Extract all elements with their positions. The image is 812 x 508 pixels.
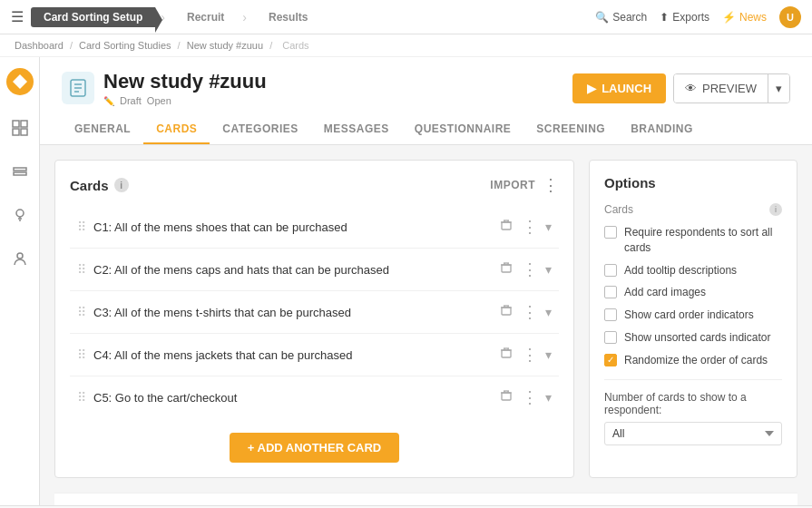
- option-row-0: Require respondents to sort all cards: [604, 225, 782, 256]
- grid-icon: [12, 120, 28, 136]
- drag-handle[interactable]: ⠿: [77, 347, 86, 362]
- sidebar-icon-grid[interactable]: [5, 113, 34, 142]
- delete-card-button[interactable]: [498, 259, 514, 279]
- show-count-select[interactable]: All5101520: [604, 422, 782, 445]
- breadcrumb-sep-1: /: [70, 40, 75, 51]
- draft-label: Draft: [120, 95, 142, 106]
- expand-card-icon[interactable]: ▾: [545, 305, 552, 319]
- delete-card-button[interactable]: [498, 345, 514, 365]
- study-title-row: New study #zuuu ✏️ Draft Open ▶ LAUNCH: [62, 70, 790, 106]
- delete-card-button[interactable]: [498, 217, 514, 237]
- study-icon: [62, 72, 94, 104]
- tab-general[interactable]: GENERAL: [62, 115, 143, 144]
- card-text: C1: All of the mens shoes that can be pu…: [93, 220, 491, 234]
- expand-card-icon[interactable]: ▾: [545, 347, 552, 362]
- sidebar-icon-bulb[interactable]: [5, 200, 34, 230]
- card-actions: ⋮ ▾: [498, 386, 552, 409]
- add-card-button[interactable]: + ADD ANOTHER CARD: [230, 433, 399, 463]
- options-title: Options: [604, 175, 782, 190]
- launch-icon: ▶: [587, 82, 596, 95]
- edit-icon[interactable]: ✏️: [103, 96, 114, 106]
- card-more-button[interactable]: ⋮: [520, 215, 540, 239]
- breadcrumb-sep-2: /: [178, 40, 183, 51]
- tab-messages[interactable]: MESSAGES: [311, 115, 402, 144]
- tab-categories[interactable]: CATEGORIES: [210, 115, 310, 144]
- preview-caret-button[interactable]: ▾: [768, 74, 789, 103]
- breadcrumb-study[interactable]: New study #zuuu: [187, 40, 263, 51]
- expand-card-icon[interactable]: ▾: [545, 390, 552, 405]
- show-count-label: Number of cards to show to a respondent:: [604, 391, 782, 416]
- svg-rect-36: [502, 393, 511, 400]
- cards-header: Cards i IMPORT ⋮: [70, 175, 559, 195]
- tabs: GENERALCARDSCATEGORIESMESSAGESQUESTIONNA…: [62, 115, 790, 144]
- hamburger-icon[interactable]: ☰: [11, 8, 24, 25]
- search-button[interactable]: 🔍 Search: [595, 11, 647, 24]
- card-item-c2: ⠿ C2: All of the mens caps and hats that…: [70, 249, 559, 291]
- option-label-1: Add tooltip descriptions: [624, 263, 737, 278]
- top-nav: ☰ Card Sorting Setup › Recruit › Results…: [0, 0, 812, 34]
- main-layout: New study #zuuu ✏️ Draft Open ▶ LAUNCH: [0, 57, 812, 505]
- expand-card-icon[interactable]: ▾: [545, 220, 552, 234]
- option-checkbox-0[interactable]: [604, 226, 617, 239]
- workflow-step-recruit[interactable]: Recruit: [171, 7, 237, 27]
- card-more-button[interactable]: ⋮: [520, 386, 540, 409]
- cards-title: Cards i: [70, 178, 129, 193]
- svg-rect-31: [502, 350, 511, 357]
- breadcrumb-card-sorting[interactable]: Card Sorting Studies: [79, 40, 171, 51]
- chevron-down-icon: ▾: [776, 82, 782, 95]
- option-checkbox-2[interactable]: [604, 286, 617, 298]
- news-icon: ⚡: [722, 11, 736, 24]
- option-checkbox-3[interactable]: [604, 308, 617, 321]
- svg-rect-1: [13, 121, 19, 127]
- breadcrumb-dashboard[interactable]: Dashboard: [15, 40, 64, 51]
- options-info-icon[interactable]: i: [769, 203, 782, 216]
- card-item-c5: ⠿ C5: Go to the cart/checkout ⋮ ▾: [70, 376, 559, 418]
- svg-point-7: [16, 210, 24, 217]
- options-checkboxes: Require respondents to sort all cardsAdd…: [604, 225, 782, 368]
- workflow-step-setup[interactable]: Card Sorting Setup: [31, 7, 155, 27]
- svg-point-11: [17, 253, 23, 259]
- cards-info-icon[interactable]: i: [114, 178, 129, 192]
- delete-card-button[interactable]: [498, 302, 514, 322]
- logo[interactable]: [6, 68, 34, 95]
- user-avatar[interactable]: U: [779, 6, 801, 28]
- card-list: ⠿ C1: All of the mens shoes that can be …: [70, 206, 559, 418]
- card-more-button[interactable]: ⋮: [520, 258, 540, 281]
- option-row-4: Show unsorted cards indicator: [604, 330, 782, 346]
- tab-branding[interactable]: BRANDING: [618, 115, 706, 144]
- options-panel: Options Cards i Require respondents to s…: [589, 160, 797, 478]
- svg-rect-26: [502, 308, 511, 315]
- drag-handle[interactable]: ⠿: [77, 390, 86, 405]
- tab-cards[interactable]: CARDS: [143, 115, 210, 144]
- sidebar-icon-person[interactable]: [5, 244, 34, 273]
- drag-handle[interactable]: ⠿: [77, 305, 86, 319]
- sidebar-icon-layers[interactable]: [5, 157, 34, 186]
- drag-handle[interactable]: ⠿: [77, 262, 86, 277]
- top-nav-right: 🔍 Search ⬆ Exports ⚡ News U: [595, 6, 801, 28]
- card-more-button[interactable]: ⋮: [520, 343, 540, 366]
- cards-more-icon[interactable]: ⋮: [543, 175, 559, 195]
- option-checkbox-4[interactable]: [604, 331, 617, 344]
- delete-card-button[interactable]: [498, 387, 514, 407]
- tab-questionnaire[interactable]: QUESTIONNAIRE: [402, 115, 524, 144]
- add-card-row: + ADD ANOTHER CARD: [70, 433, 559, 463]
- card-actions: ⋮ ▾: [498, 215, 552, 239]
- preview-button[interactable]: 👁 PREVIEW: [674, 74, 768, 103]
- news-button[interactable]: ⚡ News: [722, 11, 767, 24]
- launch-button[interactable]: ▶ LAUNCH: [572, 73, 666, 103]
- expand-card-icon[interactable]: ▾: [545, 262, 552, 277]
- workflow-step-results[interactable]: Results: [252, 7, 320, 27]
- option-row-3: Show card order indicators: [604, 308, 782, 323]
- cards-section: Cards i IMPORT ⋮ ⠿ C1: All of the mens s…: [40, 145, 812, 493]
- option-checkbox-1[interactable]: [604, 264, 617, 277]
- exports-button[interactable]: ⬆ Exports: [660, 11, 709, 24]
- option-row-5: ✓Randomize the order of cards: [604, 353, 782, 368]
- option-checkbox-5[interactable]: ✓: [604, 354, 617, 366]
- card-more-button[interactable]: ⋮: [520, 300, 540, 324]
- workflow-steps: Card Sorting Setup › Recruit › Results: [31, 7, 320, 27]
- study-meta: ✏️ Draft Open: [103, 95, 267, 106]
- tab-screening[interactable]: SCREENING: [523, 115, 618, 144]
- card-text: C3: All of the mens t-shirts that can be…: [93, 306, 491, 319]
- import-button[interactable]: IMPORT: [490, 179, 535, 191]
- drag-handle[interactable]: ⠿: [77, 220, 86, 234]
